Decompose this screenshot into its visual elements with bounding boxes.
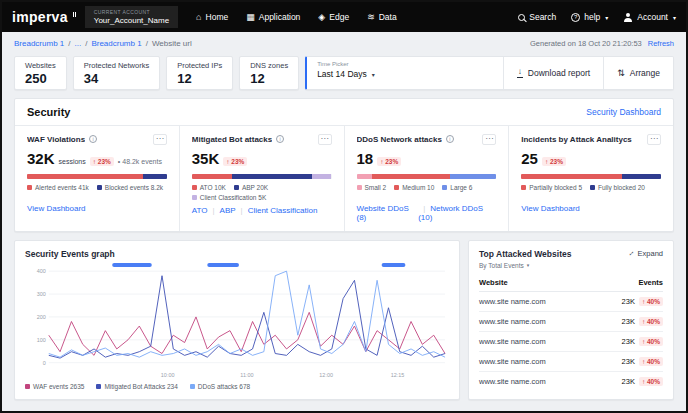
legend-item: Mitigated Bot Attacks 234: [96, 383, 177, 390]
network-ddos-link[interactable]: Network DDoS (10): [418, 204, 496, 222]
arrange-label: Arrange: [630, 68, 660, 78]
arrange-icon: ⇅: [617, 68, 625, 78]
stat-value: 250: [25, 71, 56, 86]
legend-swatch: [521, 185, 526, 190]
view-dashboard-link[interactable]: View Dashboard: [27, 204, 86, 213]
search-button[interactable]: Search: [518, 12, 556, 22]
site-name: www.site name.com: [479, 357, 622, 366]
refresh-link[interactable]: Refresh: [648, 39, 674, 48]
card-menu-icon[interactable]: ⋯: [482, 134, 496, 145]
card-value: 25: [521, 150, 538, 167]
info-icon[interactable]: i: [446, 135, 454, 143]
security-panel: Security Security Dashboard WAF Violatio…: [14, 98, 674, 232]
site-name: www.site name.com: [479, 317, 622, 326]
card-title: DDoS Network attacks: [357, 135, 442, 144]
card-menu-icon[interactable]: ⋯: [318, 134, 332, 145]
security-section-title: Security: [27, 106, 70, 118]
svg-text:11:00: 11:00: [240, 372, 253, 378]
current-account-switcher[interactable]: CURRENT ACCOUNT Your_Account_Name: [85, 6, 178, 28]
change-badge: ↑ 23%: [90, 157, 114, 166]
legend-item: DDoS attacks 678: [190, 383, 250, 390]
nav-item-application[interactable]: ▦ Application: [246, 12, 300, 22]
generated-timestamp: Generated on 18 Oct 20 21:20:53: [530, 39, 642, 48]
card-legend: Partially blocked 5Fully blocked 20: [521, 184, 661, 199]
annotation-bar[interactable]: [382, 263, 406, 267]
svg-text:0: 0: [43, 359, 46, 365]
chart-legend: WAF events 2635Mitigated Bot Attacks 234…: [25, 383, 449, 390]
ddos-network-attacks-card: DDoS Network attacks i ⋯ 18 ↑ 23% Small …: [345, 126, 510, 231]
data-icon: ≋: [367, 13, 375, 22]
stat-value: 34: [84, 71, 149, 86]
annotation-bar[interactable]: [112, 263, 152, 267]
website-ddos-link[interactable]: Website DDoS (8): [357, 204, 419, 222]
card-menu-icon[interactable]: ⋯: [647, 134, 661, 145]
legend-swatch: [442, 185, 447, 190]
account-menu[interactable]: Account ▾: [623, 12, 676, 22]
current-account-label: CURRENT ACCOUNT: [94, 9, 169, 15]
info-icon[interactable]: i: [89, 135, 97, 143]
table-row: www.site name.com 23K ↑ 40%: [479, 312, 663, 332]
waf-violations-card: WAF Violations i ⋯ 32K sessions ↑ 23% • …: [15, 126, 180, 231]
breadcrumb-separator: /: [68, 39, 70, 48]
breadcrumb-link-1[interactable]: Breadcrumb 1: [14, 39, 64, 48]
client-classification-link[interactable]: Client Classification: [236, 206, 318, 215]
time-picker-label: Time Picker: [317, 61, 493, 67]
download-icon: ↓: [517, 68, 523, 78]
card-title: WAF Violations: [27, 135, 85, 144]
legend-swatch: [96, 384, 101, 389]
breadcrumb-separator: /: [146, 39, 148, 48]
download-report-button[interactable]: ↓ Download report: [503, 57, 603, 89]
annotation-bar[interactable]: [207, 263, 239, 267]
info-icon[interactable]: i: [276, 135, 284, 143]
legend-item: Large 6: [442, 184, 472, 191]
help-icon: ?: [571, 13, 580, 22]
security-dashboard-link[interactable]: Security Dashboard: [586, 107, 661, 117]
table-header: Website Events: [479, 278, 663, 292]
legend-swatch: [394, 185, 399, 190]
stat-websites: Websites 250: [14, 56, 67, 90]
card-title: Incidents by Attack Analitycs: [521, 135, 632, 144]
col-events: Events: [638, 278, 663, 287]
breadcrumb-link-2[interactable]: Breadcrumb 1: [91, 39, 141, 48]
mitigated-bot-attacks-card: Mitigated Bot attacks i ⋯ 35K ↑ 23% ATO …: [180, 126, 345, 231]
table-row: www.site name.com 23K ↑ 40%: [479, 292, 663, 312]
arrange-button[interactable]: ⇅ Arrange: [603, 57, 673, 89]
nav-item-home[interactable]: ⌂ Home: [196, 12, 228, 22]
stat-protected-networks: Protected Networks 34: [73, 56, 160, 90]
abp-link[interactable]: ABP: [207, 206, 235, 215]
help-menu[interactable]: ? help ▾: [571, 12, 608, 22]
stat-label: DNS zones: [250, 61, 288, 70]
breadcrumb-ellipsis[interactable]: ...: [74, 39, 81, 48]
time-picker[interactable]: Time Picker Last 14 Days ▾: [307, 57, 503, 89]
legend-item: Fully blocked 20: [590, 184, 645, 191]
card-menu-icon[interactable]: ⋯: [153, 134, 167, 145]
change-badge: ↑ 23%: [542, 157, 566, 166]
home-icon: ⌂: [196, 13, 201, 22]
change-badge: ↑ 40%: [639, 297, 663, 306]
card-value: 35K: [192, 150, 220, 167]
view-dashboard-link[interactable]: View Dashboard: [521, 204, 580, 213]
ato-link[interactable]: ATO: [192, 206, 208, 215]
expand-button[interactable]: ↔ Expand: [627, 249, 663, 258]
legend-swatch: [590, 185, 595, 190]
chevron-down-icon: ▾: [372, 71, 375, 78]
svg-text:12:15: 12:15: [391, 372, 405, 378]
stat-label: Protected IPs: [177, 61, 222, 70]
breadcrumb-current: Website url: [152, 39, 192, 48]
chevron-down-icon: ▾: [673, 14, 676, 21]
legend-swatch: [27, 185, 32, 190]
card-legend: Alerted events 41kBlocked events 8.2k: [27, 184, 167, 199]
application-icon: ▦: [246, 13, 255, 22]
top-attacked-websites-panel: Top Attacked Websites By Total Events ▾ …: [468, 240, 674, 400]
legend-item: Alerted events 41k: [27, 184, 89, 191]
events-value: 23K: [622, 297, 635, 306]
edge-icon: ◈: [318, 13, 325, 22]
change-badge: ↑ 40%: [639, 377, 663, 386]
nav-item-edge[interactable]: ◈ Edge: [318, 12, 349, 22]
change-badge: ↑ 40%: [639, 357, 663, 366]
nav-item-data[interactable]: ≋ Data: [367, 12, 397, 22]
sort-filter-dropdown[interactable]: By Total Events ▾: [479, 262, 571, 269]
change-badge: ↑ 40%: [639, 337, 663, 346]
nav-label: Application: [259, 12, 301, 22]
change-badge: ↑ 40%: [639, 317, 663, 326]
